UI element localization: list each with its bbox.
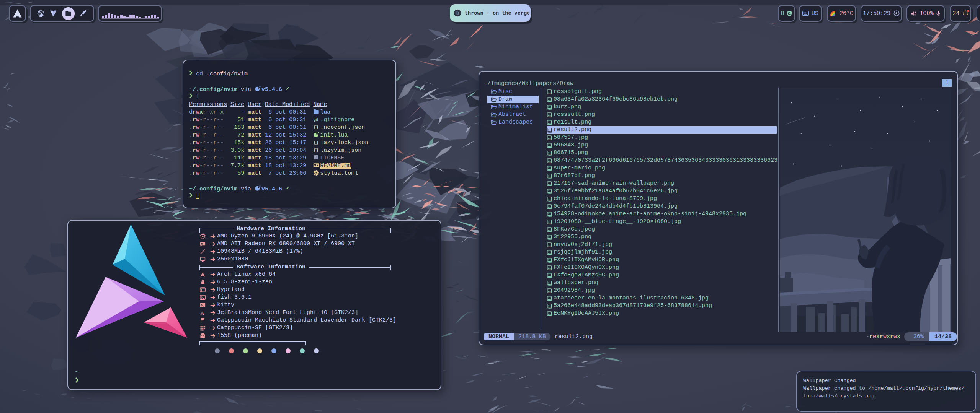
svg-text:git: git — [314, 117, 318, 122]
svg-text:{}: {} — [314, 148, 319, 153]
svg-text:{}: {} — [314, 125, 319, 130]
svg-text:A: A — [201, 310, 204, 316]
svg-text:{}: {} — [314, 140, 319, 145]
